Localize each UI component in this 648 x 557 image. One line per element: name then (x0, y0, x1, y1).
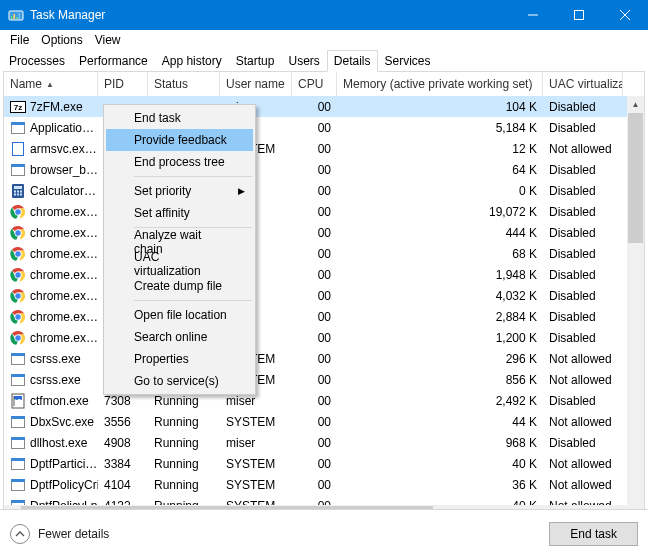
process-uac: Not allowed (543, 352, 623, 366)
process-row[interactable]: dllhost.exe4908Runningmiser00968 KDisabl… (4, 432, 644, 453)
app-icon (8, 7, 24, 23)
svg-rect-23 (17, 193, 19, 195)
tab-performance[interactable]: Performance (72, 50, 155, 72)
vertical-scrollbar[interactable]: ▲ ▼ (627, 96, 644, 526)
col-username[interactable]: User name (220, 72, 292, 96)
process-icon (10, 393, 26, 409)
process-name: csrss.exe (30, 352, 81, 366)
process-mem: 856 K (337, 373, 543, 387)
process-row[interactable]: Calculator…miser000 KDisabled (4, 180, 644, 201)
process-name: chrome.ex… (30, 268, 98, 282)
process-mem: 12 K (337, 142, 543, 156)
svg-rect-24 (20, 193, 22, 195)
tab-app-history[interactable]: App history (155, 50, 229, 72)
process-icon (10, 183, 26, 199)
process-icon (10, 414, 26, 430)
close-button[interactable] (602, 0, 648, 30)
process-row[interactable]: chrome.ex…miser0068 KDisabled (4, 243, 644, 264)
process-row[interactable]: DptfPartici…3384RunningSYSTEM0040 KNot a… (4, 453, 644, 474)
svg-rect-49 (12, 374, 25, 376)
svg-rect-7 (575, 11, 584, 20)
process-mem: 4,032 K (337, 289, 543, 303)
maximize-button[interactable] (556, 0, 602, 30)
process-icon (10, 456, 26, 472)
process-row[interactable]: chrome.ex…miser002,884 KDisabled (4, 306, 644, 327)
col-cpu[interactable]: CPU (292, 72, 337, 96)
process-uac: Not allowed (543, 373, 623, 387)
process-name: chrome.ex… (30, 331, 98, 345)
process-cpu: 00 (292, 100, 337, 114)
process-mem: 44 K (337, 415, 543, 429)
vertical-scroll-thumb[interactable] (628, 113, 643, 243)
context-menu-item[interactable]: Go to service(s) (106, 370, 253, 392)
context-menu-separator (134, 176, 252, 177)
process-mem: 40 K (337, 457, 543, 471)
process-row[interactable]: chrome.ex…miser00444 KDisabled (4, 222, 644, 243)
context-menu-item[interactable]: Provide feedback (106, 129, 253, 151)
process-row[interactable]: Applicatio…miser005,184 KDisabled (4, 117, 644, 138)
process-name: armsvc.ex… (30, 142, 97, 156)
col-status[interactable]: Status (148, 72, 220, 96)
column-header-row: Name▲ PID Status User name CPU Memory (a… (4, 72, 644, 96)
fewer-details-button[interactable]: Fewer details (10, 524, 109, 544)
process-mem: 68 K (337, 247, 543, 261)
context-menu-item[interactable]: Set affinity (106, 202, 253, 224)
process-icon (10, 246, 26, 262)
svg-rect-46 (12, 355, 25, 364)
context-menu-item[interactable]: Properties (106, 348, 253, 370)
context-menu-item[interactable]: Open file location (106, 304, 253, 326)
tab-users[interactable]: Users (281, 50, 326, 72)
tab-processes[interactable]: Processes (2, 50, 72, 72)
menu-file[interactable]: File (4, 31, 35, 49)
tab-services[interactable]: Services (378, 50, 438, 72)
end-task-button[interactable]: End task (549, 522, 638, 546)
process-name: chrome.ex… (30, 289, 98, 303)
process-row[interactable]: chrome.ex…miser004,032 KDisabled (4, 285, 644, 306)
process-name: DbxSvc.exe (30, 415, 94, 429)
process-icon (10, 372, 26, 388)
process-row[interactable]: browser_b…miser0064 KDisabled (4, 159, 644, 180)
process-row[interactable]: 7z7zFM.exemiser00104 KDisabled (4, 96, 644, 117)
context-menu-item[interactable]: UAC virtualization (106, 253, 253, 275)
menu-options[interactable]: Options (35, 31, 88, 49)
context-menu-item[interactable]: Create dump file (106, 275, 253, 297)
context-menu-item[interactable]: Search online (106, 326, 253, 348)
process-row[interactable]: DptfPolicyCri…4104RunningSYSTEM0036 KNot… (4, 474, 644, 495)
process-row[interactable]: ctfmon.exe7308Runningmiser002,492 KDisab… (4, 390, 644, 411)
process-row[interactable]: chrome.ex…miser0019,072 KDisabled (4, 201, 644, 222)
context-menu-item[interactable]: End task (106, 107, 253, 129)
process-mem: 2,884 K (337, 310, 543, 324)
process-row[interactable]: csrss.exeSYSTEM00856 KNot allowed (4, 369, 644, 390)
context-menu: End taskProvide feedbackEnd process tree… (103, 104, 256, 395)
col-uac[interactable]: UAC virtualiza (543, 72, 623, 96)
process-mem: 5,184 K (337, 121, 543, 135)
minimize-button[interactable] (510, 0, 556, 30)
process-name: Applicatio… (30, 121, 94, 135)
status-bar: Fewer details End task (0, 509, 648, 557)
process-row[interactable]: chrome.ex…miser001,948 KDisabled (4, 264, 644, 285)
process-row[interactable]: armsvc.ex…SYSTEM0012 KNot allowed (4, 138, 644, 159)
col-pid[interactable]: PID (98, 72, 148, 96)
tab-details[interactable]: Details (327, 50, 378, 72)
process-row[interactable]: chrome.ex…miser001,200 KDisabled (4, 327, 644, 348)
process-uac: Disabled (543, 331, 623, 345)
context-menu-item[interactable]: End process tree (106, 151, 253, 173)
process-cpu: 00 (292, 478, 337, 492)
process-uac: Disabled (543, 100, 623, 114)
svg-rect-4 (16, 17, 18, 19)
context-menu-item[interactable]: Set priority▶ (106, 180, 253, 202)
scroll-up-button[interactable]: ▲ (627, 96, 644, 113)
process-name: csrss.exe (30, 373, 81, 387)
tab-startup[interactable]: Startup (229, 50, 282, 72)
col-name[interactable]: Name▲ (4, 72, 98, 96)
process-uac: Disabled (543, 268, 623, 282)
process-pid: 3556 (98, 415, 148, 429)
process-row[interactable]: csrss.exeSYSTEM00296 KNot allowed (4, 348, 644, 369)
process-uac: Disabled (543, 289, 623, 303)
svg-rect-22 (14, 193, 16, 195)
process-pid: 4908 (98, 436, 148, 450)
context-menu-separator (134, 300, 252, 301)
process-row[interactable]: DbxSvc.exe3556RunningSYSTEM0044 KNot all… (4, 411, 644, 432)
menu-view[interactable]: View (89, 31, 127, 49)
col-memory[interactable]: Memory (active private working set) (337, 72, 543, 96)
